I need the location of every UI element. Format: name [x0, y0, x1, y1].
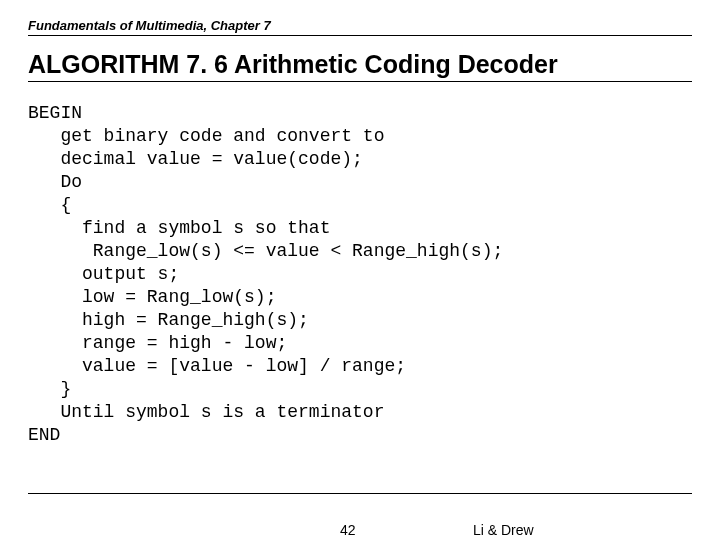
authors: Li & Drew — [473, 522, 534, 538]
divider-under-title — [28, 81, 692, 82]
page-title: ALGORITHM 7. 6 Arithmetic Coding Decoder — [28, 50, 692, 79]
chapter-header: Fundamentals of Multimedia, Chapter 7 — [28, 18, 692, 33]
page-number: 42 — [340, 522, 356, 538]
divider-top — [28, 35, 692, 36]
algorithm-code: BEGIN get binary code and convert to dec… — [28, 102, 692, 447]
divider-footer — [28, 493, 692, 494]
